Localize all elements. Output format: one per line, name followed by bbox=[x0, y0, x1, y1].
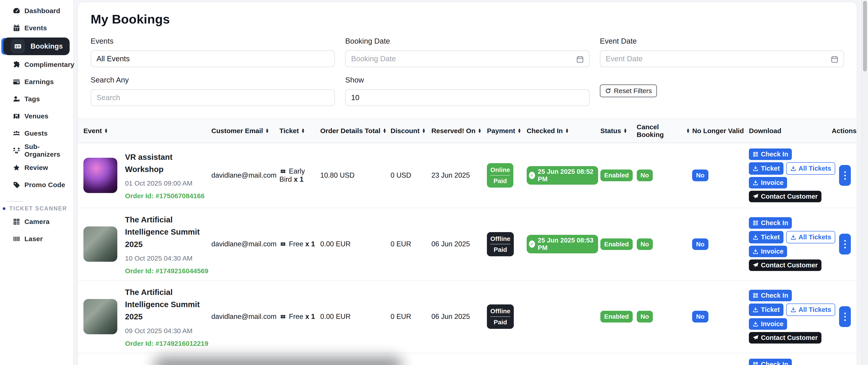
booking-date-field[interactable]: Booking Date bbox=[345, 51, 589, 67]
download-cell: Check In Ticket All Tickets Invoice bbox=[749, 217, 829, 271]
guests-icon bbox=[12, 129, 21, 138]
sidebar-item-bookings[interactable]: $ Bookings bbox=[3, 37, 70, 55]
contact-customer-button[interactable]: Contact Customer bbox=[749, 191, 821, 202]
download-all-tickets-button[interactable]: All Tickets bbox=[786, 162, 835, 175]
search-placeholder: Search bbox=[96, 93, 120, 102]
order-total: 0.00 EUR bbox=[320, 280, 391, 353]
order-total: 0.00 EUR bbox=[320, 208, 391, 280]
ticket-name: Free bbox=[289, 240, 303, 248]
event-datetime: 09 Oct 2025 04:30 AM bbox=[125, 327, 209, 335]
column-header-reserved-on[interactable]: Reserved! On ▲▼ bbox=[431, 119, 487, 143]
check-in-button[interactable]: Check In bbox=[749, 359, 792, 365]
table-row: The Artificial Intelligence Summit 2025 … bbox=[78, 208, 857, 280]
event-date-field[interactable]: Event Date bbox=[600, 51, 844, 67]
cancel-booking-badge: No bbox=[637, 311, 653, 323]
ticket-qty: x 1 bbox=[305, 312, 315, 321]
table-header-row: Event ▲▼ Customer Email ▲▼ Ticket ▲▼ Ord… bbox=[78, 119, 857, 143]
download-icon bbox=[752, 321, 758, 327]
scrollbar-thumb[interactable] bbox=[863, 1, 867, 71]
download-all-tickets-button[interactable]: All Tickets bbox=[786, 231, 835, 243]
calendar-icon[interactable] bbox=[576, 55, 584, 63]
download-ticket-button[interactable]: Ticket bbox=[749, 162, 783, 175]
column-header-event[interactable]: Event ▲▼ bbox=[78, 119, 211, 143]
people-arrows-icon bbox=[12, 147, 21, 155]
ticket-qty: x 1 bbox=[294, 175, 304, 183]
paper-plane-icon bbox=[752, 335, 758, 341]
sidebar-item-events[interactable]: Events bbox=[0, 20, 73, 37]
ticket-icon bbox=[279, 312, 289, 321]
no-longer-valid-badge: No bbox=[692, 311, 708, 323]
download-ticket-button[interactable]: Ticket bbox=[749, 231, 783, 243]
sidebar-item-promo-code[interactable]: Promo Code bbox=[0, 176, 73, 193]
user-tag-icon bbox=[12, 95, 21, 103]
event-thumbnail bbox=[84, 158, 117, 193]
svg-text:$: $ bbox=[16, 45, 18, 48]
sidebar-item-sub-organizers[interactable]: Sub-Organizers bbox=[0, 142, 73, 159]
download-all-tickets-button[interactable]: All Tickets bbox=[786, 304, 835, 316]
show-input[interactable]: 10 bbox=[345, 89, 589, 106]
column-header-discount[interactable]: Discount ▲▼ bbox=[391, 119, 432, 143]
column-header-cancel-booking[interactable]: Cancel Booking ▲▼ bbox=[637, 119, 692, 143]
column-header-checked-in[interactable]: Checked In ▲▼ bbox=[527, 119, 600, 143]
sidebar-item-venues[interactable]: Venues bbox=[0, 108, 73, 125]
column-header-payment[interactable]: Payment ▲▼ bbox=[487, 119, 527, 143]
download-ticket-button[interactable]: Ticket bbox=[749, 304, 783, 316]
cancel-booking-badge: No bbox=[637, 170, 653, 181]
no-longer-valid-badge: No bbox=[692, 238, 708, 250]
column-header-ticket[interactable]: Ticket ▲▼ bbox=[279, 119, 320, 143]
reset-filters-label: Reset Filters bbox=[614, 87, 652, 95]
calendar-icon[interactable] bbox=[831, 55, 839, 63]
refresh-icon bbox=[605, 88, 611, 94]
sidebar-item-earnings[interactable]: Earnings bbox=[0, 73, 73, 90]
sort-icon: ▲▼ bbox=[623, 128, 627, 133]
ticket-icon bbox=[279, 240, 289, 248]
ticket-cell: Free x 1 bbox=[279, 312, 315, 321]
status-badge: Enabled bbox=[600, 170, 633, 181]
sort-icon: ▲▼ bbox=[265, 128, 269, 133]
contact-customer-button[interactable]: Contact Customer bbox=[749, 332, 821, 343]
search-label: Search Any bbox=[91, 76, 335, 84]
paper-plane-icon bbox=[752, 193, 758, 200]
sort-icon: ▲▼ bbox=[686, 128, 690, 133]
download-invoice-button[interactable]: Invoice bbox=[749, 246, 787, 257]
check-in-button[interactable]: Check In bbox=[749, 149, 792, 160]
event-title: VR assistant Workshop bbox=[125, 151, 209, 176]
column-header-customer-email[interactable]: Customer Email ▲▼ bbox=[211, 119, 279, 143]
sidebar-item-laser[interactable]: Laser bbox=[0, 230, 73, 247]
sidebar-item-camera[interactable]: Camera bbox=[0, 213, 73, 230]
search-input[interactable]: Search bbox=[91, 89, 335, 106]
row-actions-button[interactable] bbox=[839, 234, 851, 254]
check-in-button[interactable]: Check In bbox=[749, 217, 792, 229]
discount: 0 EUR bbox=[391, 280, 432, 353]
column-header-order-details-total[interactable]: Order Details Total ▲▼ bbox=[320, 119, 391, 143]
sidebar-item-dashboard[interactable]: Dashboard bbox=[0, 2, 73, 20]
qrcode-icon bbox=[752, 220, 758, 226]
sidebar-divider bbox=[6, 201, 24, 202]
check-in-button[interactable]: Check In bbox=[749, 290, 792, 301]
sort-icon: ▲▼ bbox=[518, 128, 521, 133]
sidebar-item-complimentary[interactable]: Complimentary bbox=[0, 56, 73, 73]
sidebar-item-review[interactable]: Review bbox=[0, 159, 73, 176]
event-thumbnail bbox=[84, 299, 117, 334]
column-header-actions: Actions bbox=[832, 119, 857, 143]
column-header-status[interactable]: Status ▲▼ bbox=[600, 119, 637, 143]
download-invoice-button[interactable]: Invoice bbox=[749, 177, 787, 188]
bookings-table: Event ▲▼ Customer Email ▲▼ Ticket ▲▼ Ord… bbox=[78, 119, 857, 365]
contact-customer-button[interactable]: Contact Customer bbox=[749, 260, 821, 271]
vertical-scrollbar[interactable] bbox=[861, 0, 868, 365]
reserved-on: 06 Jun 2025 bbox=[431, 208, 487, 280]
payment-badge: OfflinePaid bbox=[487, 304, 514, 329]
event-thumbnail bbox=[84, 226, 117, 262]
reset-filters-button[interactable]: Reset Filters bbox=[600, 85, 657, 97]
order-id: Order Id: #1749216044569 bbox=[125, 267, 209, 275]
discount bbox=[391, 353, 432, 365]
row-actions-button[interactable] bbox=[839, 165, 851, 186]
event-date-placeholder: Event Date bbox=[606, 55, 643, 63]
sidebar-item-guests[interactable]: Guests bbox=[0, 125, 73, 142]
row-actions-button[interactable] bbox=[839, 306, 851, 327]
no-longer-valid-badge: No bbox=[692, 170, 708, 181]
barcode-icon bbox=[12, 235, 21, 243]
events-select[interactable]: All Events bbox=[91, 51, 335, 67]
download-invoice-button[interactable]: Invoice bbox=[749, 318, 787, 330]
sidebar-item-tags[interactable]: Tags bbox=[0, 90, 73, 108]
